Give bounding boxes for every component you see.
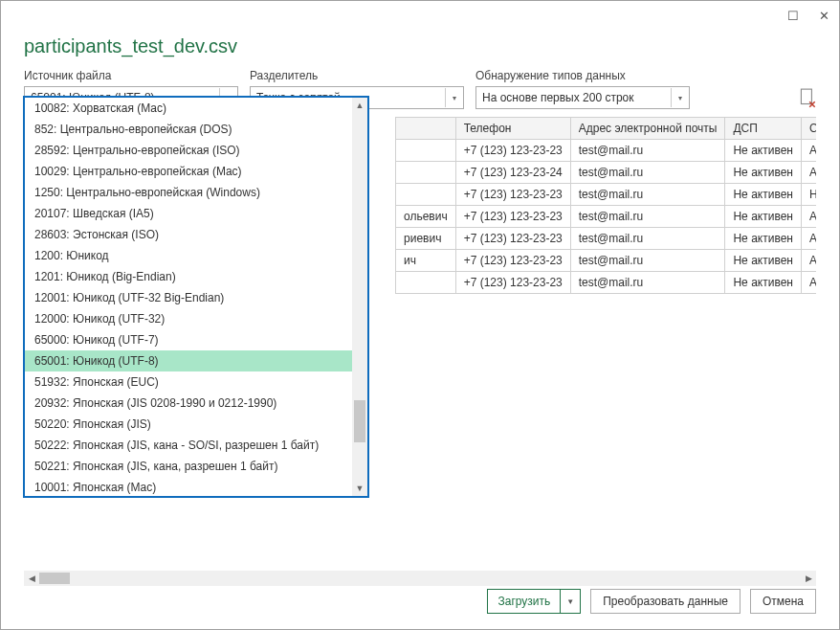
table-cell: Активный <box>801 162 816 184</box>
dialog-footer: Загрузить ▼ Преобразовать данные Отмена <box>487 589 816 614</box>
table-cell: Активный <box>801 206 816 228</box>
table-cell: Активный <box>801 272 816 294</box>
dialog-title: participants_test_dev.csv <box>24 35 816 57</box>
scroll-down-icon[interactable]: ▼ <box>352 481 367 496</box>
chevron-down-icon[interactable]: ▼ <box>561 590 580 613</box>
transform-button[interactable]: Преобразовать данные <box>590 589 741 614</box>
table-cell: +7 (123) 123-23-23 <box>455 228 570 250</box>
dropdown-option[interactable]: 65000: Юникод (UTF-7) <box>25 329 352 350</box>
scroll-left-icon[interactable]: ◀ <box>24 571 39 586</box>
table-cell: Не активен <box>725 272 801 294</box>
dropdown-option[interactable]: 50221: Японская (JIS, кана, разрешен 1 б… <box>25 456 352 477</box>
table-cell: +7 (123) 123-23-24 <box>455 162 570 184</box>
table-cell: test@mail.ru <box>570 250 725 272</box>
dropdown-option[interactable]: 51932: Японская (EUC) <box>25 371 352 393</box>
table-cell: test@mail.ru <box>570 162 725 184</box>
chevron-down-icon: ▾ <box>445 88 462 107</box>
load-button-label: Загрузить <box>488 590 561 613</box>
source-label: Источник файла <box>24 69 238 82</box>
table-cell: ольевич <box>396 206 456 228</box>
horizontal-scrollbar[interactable]: ◀ ▶ <box>24 571 816 586</box>
table-cell: Активный <box>801 228 816 250</box>
table-cell: Не активен <box>801 184 816 206</box>
table-cell: test@mail.ru <box>570 206 725 228</box>
table-cell <box>396 140 456 162</box>
dropdown-option[interactable]: 1250: Центрально-европейская (Windows) <box>25 182 352 203</box>
dropdown-option[interactable]: 10082: Хорватская (Mac) <box>25 98 352 119</box>
dropdown-option[interactable]: 1200: Юникод <box>25 245 352 266</box>
table-cell: +7 (123) 123-23-23 <box>455 206 570 228</box>
table-cell: ич <box>396 250 456 272</box>
dropdown-option[interactable]: 852: Центрально-европейская (DOS) <box>25 119 352 140</box>
table-row: риевич+7 (123) 123-23-23test@mail.ruНе а… <box>396 228 817 250</box>
detection-select[interactable]: На основе первых 200 строк ▾ <box>475 86 690 109</box>
table-cell <box>396 184 456 206</box>
titlebar: ☐ ✕ <box>1 1 839 30</box>
dropdown-option[interactable]: 12001: Юникод (UTF-32 Big-Endian) <box>25 287 352 308</box>
table-cell: Не активен <box>725 206 801 228</box>
table-cell: Не активен <box>725 140 801 162</box>
dropdown-scrollbar[interactable]: ▲ ▼ <box>352 98 367 496</box>
load-button[interactable]: Загрузить ▼ <box>487 589 581 614</box>
table-header: Адрес электронной почты <box>570 118 725 140</box>
dropdown-option[interactable]: 1201: Юникод (Big-Endian) <box>25 266 352 287</box>
table-row: ич+7 (123) 123-23-23test@mail.ruНе актив… <box>396 250 817 272</box>
dropdown-option[interactable]: 65001: Юникод (UTF-8) <box>25 350 352 371</box>
table-cell: Активный <box>801 250 816 272</box>
detection-select-value: На основе первых 200 строк <box>482 91 634 104</box>
detection-label: Обнаружение типов данных <box>475 69 690 82</box>
table-cell: +7 (123) 123-23-23 <box>455 250 570 272</box>
dropdown-option[interactable]: 28603: Эстонская (ISO) <box>25 224 352 245</box>
table-row: +7 (123) 123-23-23test@mail.ruНе активен… <box>396 272 817 294</box>
table-header: Статус <box>801 118 816 140</box>
dropdown-option[interactable]: 12000: Юникод (UTF-32) <box>25 308 352 329</box>
maximize-icon[interactable]: ☐ <box>785 8 801 23</box>
scroll-thumb[interactable] <box>39 573 70 584</box>
dropdown-option[interactable]: 50220: Японская (JIS) <box>25 414 352 435</box>
preview-table: ТелефонАдрес электронной почтыДСПСтатус … <box>395 117 816 294</box>
table-row: ольевич+7 (123) 123-23-23test@mail.ruНе … <box>396 206 817 228</box>
table-cell <box>396 272 456 294</box>
table-header <box>396 118 456 140</box>
table-cell: Активный <box>801 140 816 162</box>
dropdown-option[interactable]: 20932: Японская (JIS 0208-1990 и 0212-19… <box>25 393 352 414</box>
dropdown-option[interactable]: 50222: Японская (JIS, кана - SO/SI, разр… <box>25 435 352 456</box>
table-cell: риевич <box>396 228 456 250</box>
table-header: Телефон <box>455 118 570 140</box>
close-icon[interactable]: ✕ <box>816 8 831 23</box>
table-cell: Не активен <box>725 162 801 184</box>
source-dropdown-list: 10082: Хорватская (Mac)852: Центрально-е… <box>23 96 369 498</box>
table-cell: +7 (123) 123-23-23 <box>455 140 570 162</box>
table-cell: test@mail.ru <box>570 228 725 250</box>
table-cell: Не активен <box>725 250 801 272</box>
settings-icon[interactable] <box>799 88 816 109</box>
table-cell: Не активен <box>725 184 801 206</box>
table-cell: +7 (123) 123-23-23 <box>455 184 570 206</box>
dropdown-option[interactable]: 28592: Центрально-европейская (ISO) <box>25 140 352 161</box>
dropdown-option[interactable]: 10029: Центрально-европейская (Mac) <box>25 161 352 182</box>
dropdown-option[interactable]: 20107: Шведская (IA5) <box>25 203 352 224</box>
table-cell: test@mail.ru <box>570 184 725 206</box>
scroll-up-icon[interactable]: ▲ <box>352 98 367 113</box>
scroll-thumb[interactable] <box>354 400 365 442</box>
table-row: +7 (123) 123-23-23test@mail.ruНе активен… <box>396 184 817 206</box>
cancel-button[interactable]: Отмена <box>750 589 816 614</box>
scroll-right-icon[interactable]: ▶ <box>801 571 816 586</box>
delimiter-label: Разделитель <box>250 69 464 82</box>
table-cell <box>396 162 456 184</box>
table-header: ДСП <box>725 118 801 140</box>
table-cell: test@mail.ru <box>570 272 725 294</box>
scroll-track[interactable] <box>39 573 801 584</box>
chevron-down-icon: ▾ <box>671 88 688 107</box>
table-cell: test@mail.ru <box>570 140 725 162</box>
dialog-window: ☐ ✕ participants_test_dev.csv Источник ф… <box>0 0 840 630</box>
dropdown-option[interactable]: 10001: Японская (Mac) <box>25 477 352 496</box>
table-cell: Не активен <box>725 228 801 250</box>
table-row: +7 (123) 123-23-24test@mail.ruНе активен… <box>396 162 817 184</box>
table-cell: +7 (123) 123-23-23 <box>455 272 570 294</box>
table-row: +7 (123) 123-23-23test@mail.ruНе активен… <box>396 140 817 162</box>
